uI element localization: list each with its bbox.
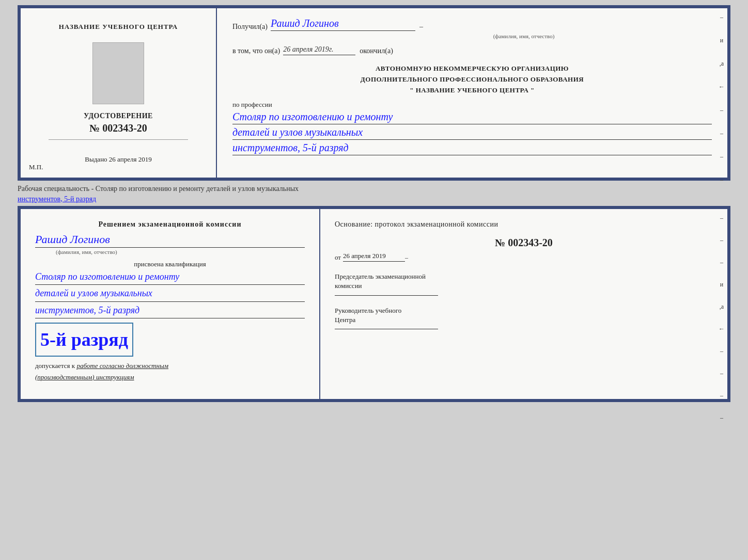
resheniem-title: Решением экзаменационной комиссии	[35, 220, 305, 229]
bottom-name: Рашид Логинов	[35, 233, 305, 248]
rukovoditel-line2: Центра	[335, 315, 713, 325]
vydano-line: Выдано 26 апреля 2019	[85, 155, 151, 164]
bmark-10: –	[720, 414, 723, 422]
predsedatel-line1: Председатель экзаменационной	[335, 272, 713, 281]
osnovanie-label: Основание: протокол экзаменационной коми…	[335, 220, 713, 229]
prisvoena-label: присвоена квалификация	[35, 260, 305, 268]
mark-4: ←	[719, 83, 725, 91]
mark-2: и	[720, 37, 723, 44]
org-line1: АВТОНОМНУЮ НЕКОММЕРЧЕСКУЮ ОРГАНИЗАЦИЮ	[232, 63, 712, 74]
between-text1: Рабочая специальность - Столяр по изгото…	[18, 184, 730, 194]
bottom-profession-2: деталей и узлов музыкальных	[35, 287, 305, 301]
separator-line-left	[49, 139, 188, 140]
bmark-3: –	[720, 259, 723, 266]
profession-line1: Столяр по изготовлению и ремонту	[232, 111, 712, 124]
bmark-6: ←	[719, 325, 725, 333]
between-text2: инструментов, 5-й разряд	[18, 194, 730, 204]
rukovoditel-line1: Руководитель учебного	[335, 306, 713, 315]
bottom-certificate: Решением экзаменационной комиссии Рашид …	[18, 206, 730, 402]
dopuskaetsya-row: допускается к работе согласно должностны…	[35, 362, 305, 370]
bmark-7: –	[720, 347, 723, 355]
between-text2-span: инструментов, 5-й разряд	[18, 195, 96, 203]
bmark-4: и	[720, 281, 723, 289]
mark-8: –	[720, 176, 723, 184]
dopuskaetsya-label: допускается к	[35, 362, 75, 370]
bmark-8: –	[720, 370, 723, 377]
mark-6: –	[720, 130, 723, 137]
rukovoditel-block: Руководитель учебного Центра	[335, 306, 713, 329]
ot-label: от	[335, 253, 341, 262]
right-sidebar-marks: – и ,а ← – – – –	[716, 8, 727, 178]
org-block: АВТОНОМНУЮ НЕКОММЕРЧЕСКУЮ ОРГАНИЗАЦИЮ ДО…	[232, 63, 712, 95]
razryad-big: 5-й разряд	[40, 329, 128, 350]
udostoverenie-block: УДОСТОВЕРЕНИЕ № 002343-20	[84, 112, 153, 134]
ot-date: 26 апреля 2019	[343, 252, 405, 262]
cert-top-right: Получил(а) Рашид Логинов – (фамилия, имя…	[217, 8, 727, 178]
fio-label-bottom: (фамилия, имя, отчество)	[56, 249, 305, 255]
mark-7: –	[720, 153, 723, 161]
poluchil-row: Получил(а) Рашид Логинов –	[232, 18, 712, 31]
cert-top-left: НАЗВАНИЕ УЧЕБНОГО ЦЕНТРА УДОСТОВЕРЕНИЕ №…	[21, 8, 217, 178]
org-line3: " НАЗВАНИЕ УЧЕБНОГО ЦЕНТРА "	[232, 85, 712, 96]
school-name-top: НАЗВАНИЕ УЧЕБНОГО ЦЕНТРА	[59, 22, 178, 31]
bottom-profession-1: Столяр по изготовлению и ремонту	[35, 270, 305, 285]
mp-label: М.П.	[29, 163, 43, 171]
vtom-date: 26 апреля 2019г.	[283, 45, 355, 55]
between-section: Рабочая специальность - Столяр по изгото…	[18, 181, 730, 206]
udostoverenie-title: УДОСТОВЕРЕНИЕ	[84, 112, 153, 120]
cert-bottom-right: Основание: протокол экзаменационной коми…	[320, 209, 727, 399]
po-professii-label: по профессии	[232, 101, 712, 109]
poluchil-label: Получил(а)	[232, 23, 268, 31]
rukovoditel-sign-line	[335, 329, 438, 329]
bmark-1: –	[720, 214, 723, 222]
fio-label-top: (фамилия, имя, отчество)	[336, 33, 712, 39]
cert-bottom-left: Решением экзаменационной комиссии Рашид …	[21, 209, 320, 399]
date-dash: –	[405, 254, 408, 262]
vydano-label: Выдано	[85, 155, 107, 163]
bottom-profession-3: инструментов, 5-й разряд	[35, 304, 305, 318]
protocol-date-row: от 26 апреля 2019 –	[335, 252, 713, 262]
razryad-highlight-box: 5-й разряд	[35, 323, 133, 357]
profession-line2: деталей и узлов музыкальных	[232, 126, 712, 140]
vtom-label: в том, что он(а)	[232, 47, 280, 55]
org-line2: ДОПОЛНИТЕЛЬНОГО ПРОФЕССИОНАЛЬНОГО ОБРАЗО…	[232, 74, 712, 85]
dopusk-italic2: (производственным) инструкциям	[35, 373, 134, 381]
udostoverenie-number: № 002343-20	[84, 122, 153, 134]
protocol-number: № 002343-20	[335, 237, 713, 249]
predsedatel-label: Председатель экзаменационной комиссии	[335, 272, 713, 291]
between-text1-span: Рабочая специальность - Столяр по изгото…	[18, 185, 299, 193]
dopusk-italic1: работе согласно должностным	[76, 362, 168, 370]
poluchil-name: Рашид Логинов	[271, 18, 415, 31]
bmark-2: –	[720, 236, 723, 244]
rukovoditel-label: Руководитель учебного Центра	[335, 306, 713, 325]
mark-5: –	[720, 106, 723, 114]
vtom-row: в том, что он(а) 26 апреля 2019г. окончи…	[232, 45, 712, 55]
bmark-9: –	[720, 392, 723, 399]
predsedatel-line2: комиссии	[335, 281, 713, 291]
mark-1: –	[720, 13, 723, 21]
dopuskaetsya-row2: (производственным) инструкциям	[35, 373, 305, 381]
vtom-okoncil: окончил(а)	[360, 47, 393, 55]
profession-line3: инструментов, 5-й разряд	[232, 142, 712, 155]
poluchil-dash: –	[419, 23, 423, 31]
predsedatel-block: Председатель экзаменационной комиссии	[335, 272, 713, 295]
right-sidebar-marks2: – – – и ,а ← – – – –	[716, 209, 727, 399]
vydano-date: 26 апреля 2019	[109, 155, 152, 163]
mark-3: ,а	[720, 60, 724, 68]
predsedatel-sign-line	[335, 295, 438, 296]
photo-placeholder	[92, 42, 144, 104]
bmark-5: ,а	[720, 303, 724, 311]
top-certificate: НАЗВАНИЕ УЧЕБНОГО ЦЕНТРА УДОСТОВЕРЕНИЕ №…	[18, 5, 730, 181]
